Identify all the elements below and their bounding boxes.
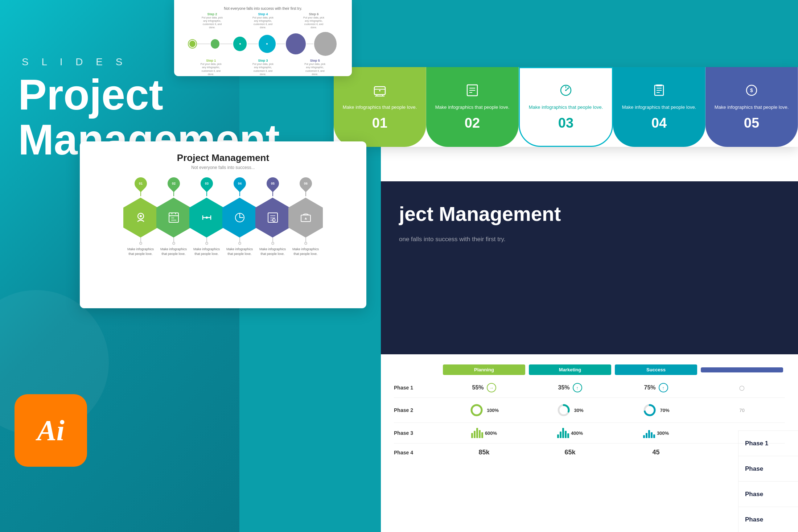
card-5-icon: $ xyxy=(744,83,759,100)
hex-item-1: 01 Make infographics that people love. xyxy=(123,177,158,256)
phase4-pct1: 85k xyxy=(478,449,489,456)
phase2-pct2: 30% xyxy=(574,408,583,413)
phase1-pct1: 55% xyxy=(472,384,484,391)
dark-panel-top: ject Management one falls into success w… xyxy=(381,181,798,355)
card-4-num: 04 xyxy=(651,115,667,131)
card-5-text: Make infographics that people love. xyxy=(715,104,789,111)
phase2-pct3: 70% xyxy=(660,408,669,413)
phase1-placeholder: ◯ xyxy=(739,385,745,391)
phase1-arrow3: ↑ xyxy=(659,383,668,392)
svg-text:$: $ xyxy=(750,87,753,93)
phase1-arrow2: ↑ xyxy=(573,383,582,392)
svg-point-22 xyxy=(140,215,142,217)
bubble-dot xyxy=(239,42,242,45)
phase1-pct3: 75% xyxy=(644,384,655,391)
phase-label-1: Phase 1 xyxy=(739,430,798,456)
phase2-cell1: 100% xyxy=(441,403,527,417)
phase2-cell4: 70 xyxy=(699,408,785,413)
phase1-cell4: ◯ xyxy=(699,385,785,391)
bubble-6 xyxy=(313,31,337,57)
slide-main-hex: Project Management Not everyone falls in… xyxy=(80,141,366,308)
bubble-1 xyxy=(189,40,196,48)
bubble-bottom-labels: Step 1 Put your data, pick any infograph… xyxy=(181,59,345,75)
card-3: Make infographics that people love. 03 xyxy=(519,67,613,147)
bubble-3 xyxy=(233,36,248,52)
phase2-pct1: 100% xyxy=(487,408,499,413)
phase3-cell3: 300% xyxy=(613,428,699,438)
phase4-label: Phase 4 xyxy=(394,450,441,455)
card-4: Make infographics that people love. 04 xyxy=(613,67,706,147)
svg-point-1 xyxy=(379,90,381,91)
hex-pins-row: 01 Make infographics that people love. 0… xyxy=(94,177,352,256)
svg-point-30 xyxy=(206,216,208,219)
table-row-phase4: Phase 4 85k 65k 45 xyxy=(394,444,785,461)
hex-item-6: 06 Make infographics that people love. xyxy=(288,177,323,256)
phase-label-3: Phase xyxy=(739,481,798,507)
dark-title: ject Management xyxy=(399,203,561,225)
col-header-planning: Planning xyxy=(443,364,525,375)
card-1-text: Make infographics that people love. xyxy=(343,104,417,111)
phase1-cell3: 75% ↑ xyxy=(613,383,699,392)
phase1-cell2: 35% ↑ xyxy=(527,383,613,392)
phase1-arrow1: → xyxy=(487,383,496,392)
hex-1-label: Make infographics that people love. xyxy=(124,247,157,256)
slides-label: S L I D E S xyxy=(22,56,127,68)
card-3-icon xyxy=(559,83,573,100)
table-header: Planning Marketing Success xyxy=(394,364,785,375)
table-row-phase3: Phase 3 600% 400% xyxy=(394,423,785,444)
phase1-cell1: 55% → xyxy=(441,383,527,392)
phase4-cell2: 65k xyxy=(527,449,613,456)
phase1-pct2: 35% xyxy=(558,384,569,391)
card-2-text: Make infographics that people love. xyxy=(435,104,510,111)
card-2-icon xyxy=(465,83,480,100)
dark-sub: one falls into success with their first … xyxy=(399,236,506,243)
card-4-icon xyxy=(652,83,666,100)
bubble-dot xyxy=(266,42,268,45)
card-3-text: Make infographics that people love. xyxy=(529,104,603,111)
hex-item-5: 05 $ Make infographics that people love. xyxy=(255,177,290,256)
step6-label: Step 6 Put your data, pick any infograph… xyxy=(303,12,325,29)
svg-point-42 xyxy=(472,405,482,415)
hex-item-3: 03 Make infographics that people love. xyxy=(189,177,224,256)
table-row-phase1: Phase 1 55% → 35% ↑ 75% ↑ ◯ xyxy=(394,378,785,398)
slide-cards: Make infographics that people love. 01 M… xyxy=(334,67,798,147)
card-5: $ Make infographics that people love. 05 xyxy=(706,67,798,147)
ai-badge: Ai xyxy=(15,394,87,467)
phase4-cell1: 85k xyxy=(441,449,527,456)
step1-label: Step 1 Put your data, pick any infograph… xyxy=(200,59,222,75)
step2-label: Step 2 Put your data, pick any infograph… xyxy=(201,12,223,29)
phase3-pct1: 600% xyxy=(485,430,497,436)
col-header-marketing: Marketing xyxy=(529,364,611,375)
phase2-label: Phase 2 xyxy=(394,407,441,413)
hex-5-label: Make infographics that people love. xyxy=(256,247,289,256)
col-header-extra xyxy=(701,367,783,372)
card-2-num: 02 xyxy=(465,115,480,131)
table-panel: Planning Marketing Success Phase 1 55% →… xyxy=(381,354,798,532)
step4-label: Step 4 Put your data, pick any infograph… xyxy=(252,12,274,29)
hex-2-label: Make infographics that people love. xyxy=(157,247,190,256)
bubble-4 xyxy=(258,34,276,54)
slide-bubble-timeline: Not everyone falls into success with the… xyxy=(174,0,352,76)
card-1-num: 01 xyxy=(372,115,387,131)
phase-label-2: Phase xyxy=(739,456,798,481)
hex-6-label: Make infographics that people love. xyxy=(289,247,322,256)
bubble-2 xyxy=(210,38,221,49)
phase-label-4: Phase xyxy=(739,507,798,532)
svg-point-13 xyxy=(565,90,567,91)
bubble-5 xyxy=(285,33,307,55)
table-row-phase2: Phase 2 100% 30% 70% 70 xyxy=(394,398,785,423)
col-header-success: Success xyxy=(615,364,697,375)
card-5-num: 05 xyxy=(744,115,759,131)
ai-badge-text: Ai xyxy=(37,414,65,447)
phase1-label: Phase 1 xyxy=(394,385,441,391)
step5-label: Step 5 Put your data, pick any infograph… xyxy=(304,59,326,75)
title-line1: Project xyxy=(18,73,280,117)
phase2-placeholder: 70 xyxy=(739,408,744,413)
bubble-subtitle: Not everyone falls into success with the… xyxy=(181,7,345,11)
card-1: Make infographics that people love. 01 xyxy=(334,67,426,147)
card-3-num: 03 xyxy=(558,115,573,131)
phase-labels-panel: Phase 1 Phase Phase Phase xyxy=(738,430,798,532)
bubble-top-labels: Step 2 Put your data, pick any infograph… xyxy=(181,12,345,29)
bubble-timeline-row xyxy=(181,30,345,58)
phase3-cell1: 600% xyxy=(441,428,527,438)
